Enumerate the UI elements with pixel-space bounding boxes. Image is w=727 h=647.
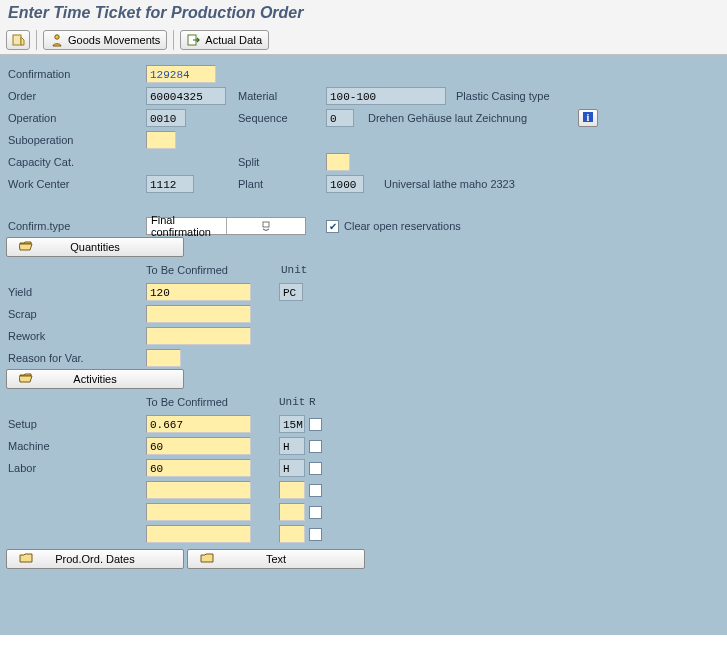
activities-r-header: R (309, 396, 316, 408)
activity-unit-input[interactable] (279, 503, 305, 521)
to-be-confirmed-header: To Be Confirmed (146, 264, 251, 276)
confirm-type-label: Confirm.type (6, 220, 146, 232)
material-desc: Plastic Casing type (456, 90, 550, 102)
folder-open-icon (19, 372, 33, 386)
activity-row: Machine60H (6, 435, 721, 457)
activity-r-checkbox[interactable] (309, 440, 322, 453)
suboperation-input[interactable] (146, 131, 176, 149)
folder-closed-icon (200, 552, 214, 566)
text-section-button[interactable]: Text (187, 549, 365, 569)
prod-ord-dates-label: Prod.Ord. Dates (55, 553, 134, 565)
activity-unit-input[interactable]: 15M (279, 415, 305, 433)
info-button[interactable]: i (578, 109, 598, 127)
activity-row (6, 523, 721, 545)
activity-r-checkbox[interactable] (309, 528, 322, 541)
activity-r-checkbox[interactable] (309, 418, 322, 431)
sequence-input[interactable]: 0 (326, 109, 354, 127)
activity-value-input[interactable]: 60 (146, 437, 251, 455)
activity-value-input[interactable]: 0.667 (146, 415, 251, 433)
quantities-section-button[interactable]: Quantities (6, 237, 184, 257)
plant-desc: Universal lathe maho 2323 (384, 178, 515, 190)
yield-unit[interactable]: PC (279, 283, 303, 301)
operation-label: Operation (6, 112, 146, 124)
scrap-input[interactable] (146, 305, 251, 323)
info-icon: i (582, 111, 594, 125)
confirmation-input[interactable]: 129284 (146, 65, 216, 83)
dropdown-icon (226, 218, 306, 234)
scrap-label: Scrap (6, 308, 146, 320)
goods-movements-button[interactable]: Goods Movements (43, 30, 167, 50)
confirm-type-value: Final confirmation (147, 214, 226, 238)
split-input[interactable] (326, 153, 350, 171)
toolbar: Goods Movements Actual Data (0, 26, 727, 55)
svg-text:i: i (587, 112, 590, 123)
yield-label: Yield (6, 286, 146, 298)
yield-input[interactable]: 120 (146, 283, 251, 301)
sheet-arrow-icon (187, 33, 201, 47)
activities-section-button[interactable]: Activities (6, 369, 184, 389)
activity-unit-input[interactable] (279, 525, 305, 543)
clear-open-res-checkbox[interactable]: ✔ (326, 220, 339, 233)
document-icon (11, 33, 25, 47)
activity-r-checkbox[interactable] (309, 484, 322, 497)
main-area: Confirmation 129284 Order 60004325 Mater… (0, 55, 727, 635)
capacity-cat-label: Capacity Cat. (6, 156, 146, 168)
activity-label: Labor (6, 462, 146, 474)
activity-row: Labor60H (6, 457, 721, 479)
split-label: Split (236, 156, 326, 168)
activity-label: Setup (6, 418, 146, 430)
activity-unit-input[interactable] (279, 481, 305, 499)
unit-header: Unit (281, 264, 311, 276)
activity-label: Machine (6, 440, 146, 452)
work-center-label: Work Center (6, 178, 146, 190)
activity-row: Setup0.66715M (6, 413, 721, 435)
page-title: Enter Time Ticket for Production Order (0, 0, 727, 26)
goods-movements-label: Goods Movements (68, 34, 160, 46)
activities-label: Activities (73, 373, 116, 385)
activity-r-checkbox[interactable] (309, 462, 322, 475)
reason-for-var-input[interactable] (146, 349, 181, 367)
suboperation-label: Suboperation (6, 134, 146, 146)
activity-row (6, 479, 721, 501)
order-label: Order (6, 90, 146, 102)
rework-input[interactable] (146, 327, 251, 345)
activity-value-input[interactable] (146, 503, 251, 521)
activity-row (6, 501, 721, 523)
operation-input[interactable]: 0010 (146, 109, 186, 127)
actual-data-button[interactable]: Actual Data (180, 30, 269, 50)
svg-rect-5 (263, 222, 269, 227)
sequence-label: Sequence (236, 112, 326, 124)
activity-r-checkbox[interactable] (309, 506, 322, 519)
plant-input[interactable]: 1000 (326, 175, 364, 193)
material-input[interactable]: 100-100 (326, 87, 446, 105)
person-icon (50, 33, 64, 47)
activity-unit-input[interactable]: H (279, 437, 305, 455)
svg-point-1 (55, 35, 59, 39)
toolbar-separator (36, 30, 37, 50)
activity-value-input[interactable] (146, 525, 251, 543)
svg-rect-0 (13, 35, 21, 45)
confirmation-label: Confirmation (6, 68, 146, 80)
work-center-input[interactable]: 1112 (146, 175, 194, 193)
reason-for-var-label: Reason for Var. (6, 352, 146, 364)
toolbar-separator (173, 30, 174, 50)
folder-closed-icon (19, 552, 33, 566)
prod-ord-dates-button[interactable]: Prod.Ord. Dates (6, 549, 184, 569)
activity-value-input[interactable]: 60 (146, 459, 251, 477)
quantities-label: Quantities (70, 241, 120, 253)
clear-open-res-label: Clear open reservations (344, 220, 461, 232)
toolbar-generic-button[interactable] (6, 30, 30, 50)
text-section-label: Text (266, 553, 286, 565)
material-label: Material (236, 90, 326, 102)
activities-unit-header: Unit (279, 396, 309, 408)
activity-unit-input[interactable]: H (279, 459, 305, 477)
operation-desc: Drehen Gehäuse laut Zeichnung (368, 112, 568, 124)
activity-value-input[interactable] (146, 481, 251, 499)
order-input[interactable]: 60004325 (146, 87, 226, 105)
actual-data-label: Actual Data (205, 34, 262, 46)
confirm-type-dropdown[interactable]: Final confirmation (146, 217, 306, 235)
folder-open-icon (19, 240, 33, 254)
rework-label: Rework (6, 330, 146, 342)
plant-label: Plant (236, 178, 326, 190)
activities-to-be-confirmed-header: To Be Confirmed (146, 396, 251, 408)
